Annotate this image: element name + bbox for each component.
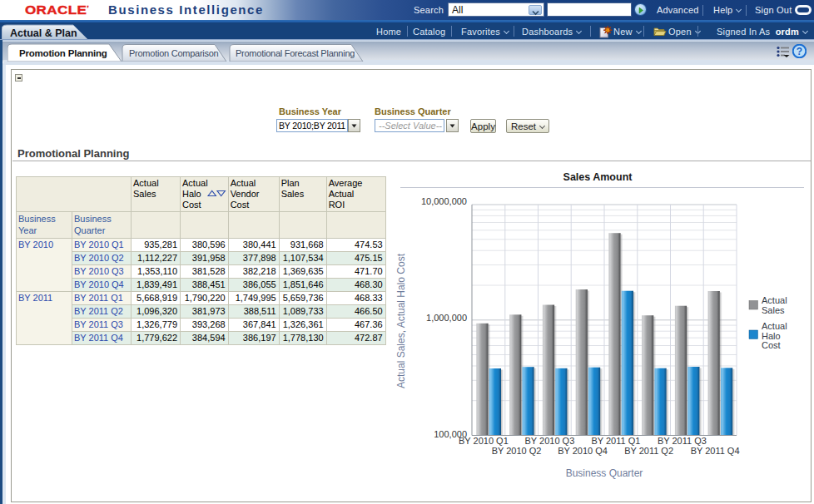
svg-text:Actual: Actual	[762, 295, 787, 305]
svg-text:Cost: Cost	[762, 340, 781, 350]
svg-text:1,000,000: 1,000,000	[426, 313, 467, 323]
svg-text:Halo: Halo	[762, 331, 781, 341]
svg-text:BY 2011 Q3: BY 2011 Q3	[658, 436, 707, 446]
svg-text:BY 2011 Q2: BY 2011 Q2	[624, 446, 673, 456]
svg-text:Sales: Sales	[762, 305, 785, 315]
svg-text:Sales Amount: Sales Amount	[563, 171, 633, 183]
svg-text:BY 2011 Q1: BY 2011 Q1	[591, 436, 640, 446]
svg-text:?: ?	[797, 46, 802, 57]
svg-text:Actual & Plan: Actual & Plan	[10, 27, 77, 39]
svg-text:BY 2011 Q4: BY 2011 Q4	[691, 446, 740, 456]
svg-text:Actual Sales, Actual Halo Cost: Actual Sales, Actual Halo Cost	[395, 253, 407, 388]
svg-text:Promotion Planning: Promotion Planning	[19, 48, 107, 58]
svg-text:Promotion Comparison: Promotion Comparison	[129, 48, 219, 58]
svg-text:BY 2010 Q4: BY 2010 Q4	[558, 446, 608, 456]
svg-text:BY 2010 Q2: BY 2010 Q2	[492, 446, 542, 456]
svg-text:BY 2010 Q1: BY 2010 Q1	[459, 436, 509, 446]
svg-text:Promotional Forecast Planning: Promotional Forecast Planning	[236, 48, 355, 58]
svg-text:10,000,000: 10,000,000	[421, 196, 467, 206]
svg-text:Business Quarter: Business Quarter	[566, 467, 643, 479]
svg-text:Actual: Actual	[762, 321, 787, 331]
svg-text:BY 2010 Q3: BY 2010 Q3	[525, 436, 575, 446]
